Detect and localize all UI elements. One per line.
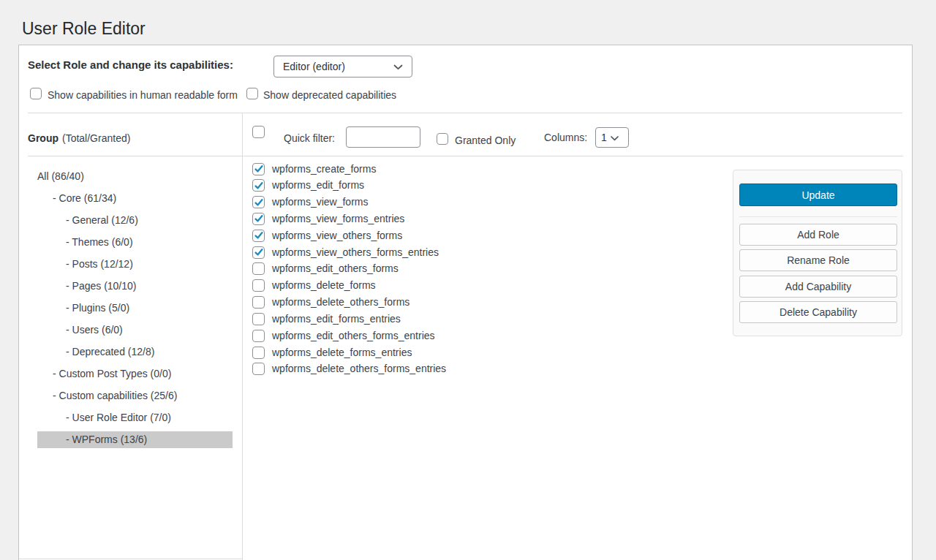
role-selector-label: Select Role and change its capabilities: bbox=[28, 58, 233, 71]
capability-label: wpforms_edit_forms bbox=[272, 179, 364, 192]
tree-item[interactable]: - WPForms (13/6) bbox=[37, 431, 233, 448]
capability-checkbox[interactable] bbox=[252, 196, 265, 208]
columns-label: Columns: bbox=[544, 132, 587, 143]
columns-select[interactable]: 1 bbox=[595, 127, 629, 148]
capability-row: wpforms_view_others_forms_entries bbox=[252, 246, 439, 259]
capability-label: wpforms_edit_others_forms bbox=[272, 262, 399, 275]
chevron-down-icon bbox=[611, 132, 619, 143]
capability-label: wpforms_delete_forms_entries bbox=[272, 347, 412, 359]
chevron-down-icon bbox=[393, 61, 403, 72]
capability-row: wpforms_edit_forms bbox=[252, 179, 364, 192]
tree-item[interactable]: - Custom Post Types (0/0) bbox=[37, 366, 233, 382]
role-select[interactable]: Editor (editor) bbox=[273, 56, 412, 77]
capability-row: wpforms_delete_forms_entries bbox=[252, 347, 412, 359]
capability-row: wpforms_view_forms bbox=[252, 196, 368, 208]
page-title: User Role Editor bbox=[22, 18, 146, 40]
human-readable-checkbox[interactable] bbox=[30, 88, 42, 99]
capability-row: wpforms_edit_others_forms bbox=[252, 262, 399, 275]
capability-checkbox[interactable] bbox=[252, 262, 265, 275]
capability-row: wpforms_delete_forms bbox=[252, 279, 376, 292]
column-divider bbox=[242, 113, 243, 560]
capability-label: wpforms_view_others_forms bbox=[272, 230, 402, 242]
delete-capability-button[interactable]: Delete Capability bbox=[739, 301, 897, 323]
actions-divider bbox=[739, 216, 897, 217]
capability-checkbox[interactable] bbox=[252, 230, 265, 242]
tree-item[interactable]: - Pages (10/10) bbox=[37, 278, 233, 295]
capability-label: wpforms_view_others_forms_entries bbox=[272, 246, 439, 259]
add-role-button[interactable]: Add Role bbox=[739, 224, 897, 246]
capability-checkbox[interactable] bbox=[252, 347, 265, 359]
tree-item[interactable]: - Users (6/0) bbox=[37, 322, 233, 338]
group-header: Group (Total/Granted) bbox=[28, 132, 130, 144]
tree-item[interactable]: - Core (61/34) bbox=[37, 190, 233, 207]
tree-item[interactable]: - Themes (6/0) bbox=[37, 234, 233, 251]
capability-label: wpforms_view_forms bbox=[272, 196, 368, 208]
capability-label: wpforms_edit_forms_entries bbox=[272, 313, 401, 325]
capability-row: wpforms_view_others_forms bbox=[252, 230, 402, 242]
divider-header bbox=[28, 156, 903, 156]
tree-item[interactable]: All (86/40) bbox=[37, 168, 233, 185]
capability-label: wpforms_delete_forms bbox=[272, 279, 376, 292]
add-capability-button[interactable]: Add Capability bbox=[739, 276, 897, 298]
capability-checkbox[interactable] bbox=[252, 246, 265, 259]
capability-row: wpforms_create_forms bbox=[252, 163, 376, 175]
role-select-value: Editor (editor) bbox=[283, 61, 345, 72]
deprecated-checkbox[interactable] bbox=[246, 88, 258, 99]
capability-label: wpforms_delete_others_forms_entries bbox=[272, 363, 446, 375]
capability-label: wpforms_create_forms bbox=[272, 163, 376, 175]
tree-item[interactable]: - General (12/6) bbox=[37, 212, 233, 229]
capability-checkbox[interactable] bbox=[252, 363, 265, 375]
deprecated-label: Show deprecated capabilities bbox=[263, 89, 396, 101]
capability-checkbox[interactable] bbox=[252, 163, 265, 175]
divider-top bbox=[28, 113, 902, 113]
capability-row: wpforms_edit_others_forms_entries bbox=[252, 330, 435, 342]
group-header-title: Group bbox=[28, 132, 58, 144]
actions-panel: Update Add Role Rename Role Add Capabili… bbox=[733, 170, 902, 336]
capability-label: wpforms_delete_others_forms bbox=[272, 296, 410, 309]
capability-checkbox[interactable] bbox=[252, 179, 265, 192]
capability-checkbox[interactable] bbox=[252, 330, 265, 342]
capability-row: wpforms_delete_others_forms bbox=[252, 296, 410, 309]
capability-label: wpforms_edit_others_forms_entries bbox=[272, 330, 435, 342]
quick-filter-input[interactable] bbox=[346, 126, 420, 148]
capability-checkbox[interactable] bbox=[252, 313, 265, 325]
capability-checkbox[interactable] bbox=[252, 213, 265, 225]
tree-item[interactable]: - Deprecated (12/8) bbox=[37, 344, 233, 360]
group-header-suffix: (Total/Granted) bbox=[62, 132, 130, 144]
granted-only-label: Granted Only bbox=[455, 135, 516, 146]
human-readable-label: Show capabilities in human readable form bbox=[48, 89, 238, 101]
tree-item[interactable]: - Plugins (5/0) bbox=[37, 300, 233, 317]
capability-row: wpforms_edit_forms_entries bbox=[252, 313, 401, 325]
capability-row: wpforms_delete_others_forms_entries bbox=[252, 363, 446, 375]
quick-filter-label: Quick filter: bbox=[284, 132, 335, 144]
divider-bottom bbox=[19, 559, 242, 559]
update-button[interactable]: Update bbox=[739, 183, 897, 206]
tree-item[interactable]: - Custom capabilities (25/6) bbox=[37, 387, 233, 404]
capability-checkbox[interactable] bbox=[252, 279, 265, 292]
rename-role-button[interactable]: Rename Role bbox=[739, 249, 897, 271]
tree-item[interactable]: - Posts (12/12) bbox=[37, 256, 233, 273]
granted-only-checkbox[interactable] bbox=[437, 133, 448, 145]
capability-checkbox[interactable] bbox=[252, 296, 265, 309]
tree-item[interactable]: - User Role Editor (7/0) bbox=[37, 409, 233, 426]
select-all-checkbox[interactable] bbox=[252, 126, 265, 138]
capability-label: wpforms_view_forms_entries bbox=[272, 213, 404, 225]
capability-row: wpforms_view_forms_entries bbox=[252, 213, 404, 225]
columns-select-value: 1 bbox=[601, 132, 607, 143]
